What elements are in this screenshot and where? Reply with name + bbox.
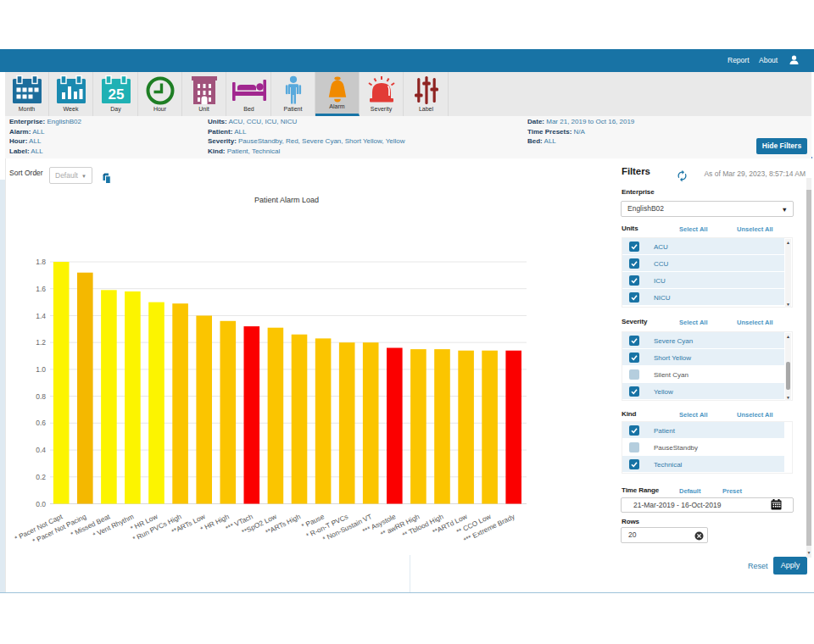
svg-text:1.8: 1.8 [36,258,46,266]
svg-text:25: 25 [108,86,124,103]
svg-text:1.0: 1.0 [36,365,46,374]
svg-text:1.2: 1.2 [36,338,46,347]
svg-text:Patient Alarm Load: Patient Alarm Load [254,196,319,204]
svg-text:0.2: 0.2 [36,473,46,481]
svg-text:0.8: 0.8 [36,392,46,401]
svg-text:1.4: 1.4 [36,312,46,320]
svg-text:0.0: 0.0 [36,500,46,508]
svg-text:0.6: 0.6 [36,419,46,427]
svg-text:0.4: 0.4 [36,446,46,454]
svg-text:1.6: 1.6 [36,285,46,293]
